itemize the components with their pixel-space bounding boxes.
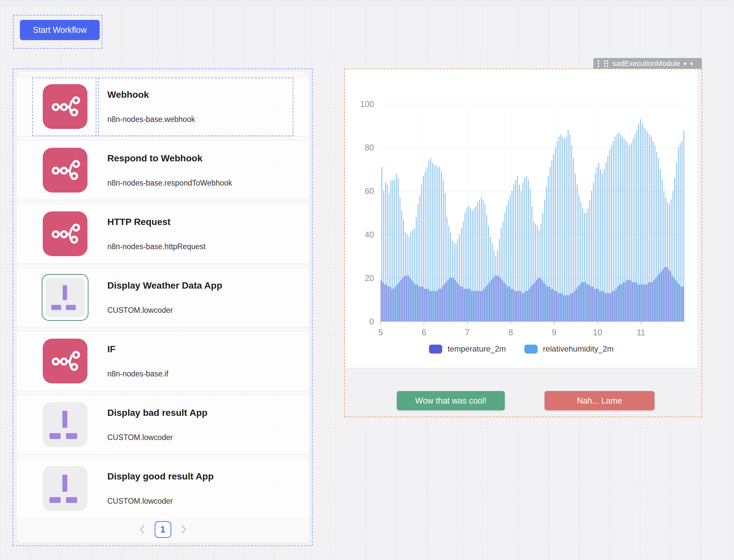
list-item-title: Respond to Webhook (107, 153, 232, 163)
temperature_2m-bar (683, 287, 683, 321)
list-item-display-good-result-app[interactable]: Display good result App CUSTOM.lowcoder (16, 458, 310, 518)
list-item-http-request[interactable]: HTTP Request n8n-nodes-base.httpRequest (16, 204, 310, 264)
temperature_2m-bar (411, 280, 412, 321)
relativehumidity_2m-bar (573, 158, 574, 321)
temperature_2m-bar (536, 280, 537, 321)
relativehumidity_2m-bar (600, 169, 601, 321)
relativehumidity_2m-bar (389, 193, 389, 321)
temperature_2m-bar (513, 289, 513, 321)
temperature_2m-bar (525, 291, 526, 321)
temperature_2m-bar (541, 280, 542, 321)
temperature_2m-bar (639, 284, 640, 321)
temperature_2m-bar (558, 293, 558, 321)
relativehumidity_2m-bar (616, 135, 617, 321)
temperature_2m-bar (444, 284, 444, 321)
relativehumidity_2m-bar (490, 237, 490, 321)
temperature_2m-bar (485, 287, 486, 321)
temperature_2m-bar (527, 291, 528, 321)
temperature_2m-bar (514, 291, 515, 321)
list-item-display-weather-data-app[interactable]: Display Weather Data App CUSTOM.lowcoder (16, 267, 310, 327)
relativehumidity_2m-bar (477, 202, 478, 321)
temperature_2m-bar (390, 287, 390, 321)
temperature_2m-bar (585, 282, 586, 321)
relativehumidity_2m-bar (609, 150, 610, 321)
temperature_2m-bar (616, 289, 616, 321)
temperature_2m-bar (494, 276, 495, 321)
feedback-positive-button[interactable]: Wow that was cool! (397, 391, 505, 410)
relativehumidity_2m-bar (532, 206, 532, 321)
relativehumidity_2m-bar (528, 180, 529, 321)
relativehumidity_2m-bar (654, 145, 655, 321)
temperature_2m-bar (607, 293, 607, 321)
relativehumidity_2m-bar (517, 176, 518, 321)
temperature_2m-bar (458, 284, 459, 321)
y-axis-label: 100 (360, 99, 374, 109)
temperature_2m-bar (406, 276, 407, 321)
start-workflow-button[interactable]: Start Workflow (20, 20, 100, 40)
drag-handle-grid-icon[interactable] (603, 59, 609, 68)
active-app-outline (42, 274, 88, 321)
relativehumidity_2m-bar (636, 130, 637, 321)
page-number-button[interactable]: 1 (155, 521, 171, 538)
relativehumidity_2m-bar (479, 200, 480, 321)
x-axis-label: 10 (593, 328, 602, 337)
module-title-bar[interactable]: sadExecutionModule (593, 58, 702, 69)
temperature_2m-bar (518, 291, 519, 321)
temperature_2m-bar (400, 280, 401, 321)
relativehumidity_2m-bar (602, 174, 603, 321)
relativehumidity_2m-bar (629, 145, 630, 321)
temperature_2m-bar (648, 282, 649, 321)
relativehumidity_2m-bar (439, 167, 440, 321)
relativehumidity_2m-bar (457, 239, 458, 321)
temperature_2m-bar (419, 287, 419, 321)
list-item-webhook[interactable]: Webhook n8n-nodes-base.webhook (16, 77, 310, 137)
relativehumidity_2m-bar (421, 185, 422, 321)
row-icon-slot (43, 402, 87, 447)
relativehumidity_2m-bar (416, 217, 417, 321)
relativehumidity_2m-bar (508, 200, 509, 321)
temperature_2m-bar (384, 284, 385, 321)
temperature_2m-bar (516, 291, 517, 321)
relativehumidity_2m-bar (680, 143, 680, 321)
relativehumidity_2m-bar (419, 196, 420, 321)
drag-handle-icon[interactable] (597, 59, 600, 68)
relativehumidity_2m-bar (459, 235, 460, 321)
temperature_2m-bar (522, 293, 522, 321)
relativehumidity_2m-bar (537, 226, 537, 321)
list-item-title: Display good result App (107, 472, 214, 481)
x-axis-label: 6 (422, 328, 426, 337)
lowcoder-app-icon (43, 402, 87, 447)
relativehumidity_2m-bar (486, 215, 487, 321)
temperature_2m-bar (429, 291, 430, 321)
temperature_2m-bar (647, 284, 647, 321)
temperature_2m-bar (645, 284, 645, 321)
legend-item-temperature[interactable]: temperature_2m (429, 344, 506, 354)
list-item-respond-to-webhook[interactable]: Respond to Webhook n8n-nodes-base.respon… (16, 140, 310, 200)
relativehumidity_2m-bar (492, 243, 492, 321)
relativehumidity_2m-bar (646, 130, 646, 321)
temperature_2m-bar (625, 282, 625, 321)
chevron-left-icon[interactable] (139, 525, 145, 534)
temperature_2m-bar (655, 278, 656, 321)
temperature_2m-bar (650, 282, 651, 321)
temperature_2m-bar (524, 293, 524, 321)
legend-item-humidity[interactable]: relativehumidity_2m (524, 344, 613, 354)
lowcoder-app-icon (45, 278, 85, 317)
relativehumidity_2m-bar (649, 135, 650, 321)
temperature_2m-bar (397, 284, 397, 321)
feedback-negative-button[interactable]: Nah... Lame (544, 391, 654, 410)
temperature_2m-bar (666, 267, 667, 321)
temperature_2m-bar (431, 291, 432, 321)
relativehumidity_2m-bar (398, 178, 398, 321)
relativehumidity_2m-bar (559, 137, 559, 321)
chevron-right-icon[interactable] (181, 525, 187, 534)
relativehumidity_2m-bar (620, 135, 621, 321)
temperature_2m-bar (395, 287, 396, 321)
relativehumidity_2m-bar (540, 224, 541, 321)
relativehumidity_2m-bar (418, 204, 418, 321)
temperature_2m-bar (681, 287, 681, 321)
list-item-if[interactable]: IF n8n-nodes-base.if (16, 331, 310, 391)
list-item-display-bad-result-app[interactable]: Display bad result App CUSTOM.lowcoder (16, 395, 310, 455)
temperature_2m-bar (679, 284, 680, 321)
temperature_2m-bar (529, 289, 530, 321)
